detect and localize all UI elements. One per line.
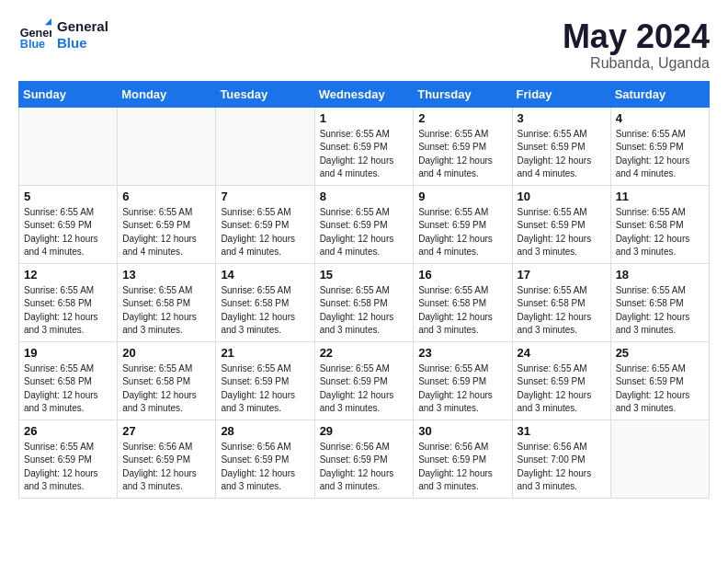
day-cell-29: 29Sunrise: 6:56 AM Sunset: 6:59 PM Dayli… <box>314 419 414 498</box>
day-info: Sunrise: 6:55 AM Sunset: 6:58 PM Dayligh… <box>24 284 112 338</box>
day-cell-23: 23Sunrise: 6:55 AM Sunset: 6:59 PM Dayli… <box>414 341 512 419</box>
day-info: Sunrise: 6:55 AM Sunset: 6:58 PM Dayligh… <box>616 206 704 259</box>
day-info: Sunrise: 6:56 AM Sunset: 6:59 PM Dayligh… <box>221 441 309 494</box>
day-cell-20: 20Sunrise: 6:55 AM Sunset: 6:58 PM Dayli… <box>118 341 216 419</box>
week-row-5: 26Sunrise: 6:55 AM Sunset: 6:59 PM Dayli… <box>19 419 710 498</box>
day-info: Sunrise: 6:55 AM Sunset: 6:59 PM Dayligh… <box>616 128 704 181</box>
day-cell-10: 10Sunrise: 6:55 AM Sunset: 6:59 PM Dayli… <box>512 185 610 263</box>
day-info: Sunrise: 6:56 AM Sunset: 6:59 PM Dayligh… <box>122 441 210 494</box>
day-cell-28: 28Sunrise: 6:56 AM Sunset: 6:59 PM Dayli… <box>216 419 314 498</box>
weekday-header-row: SundayMondayTuesdayWednesdayThursdayFrid… <box>19 81 710 107</box>
day-cell-1: 1Sunrise: 6:55 AM Sunset: 6:59 PM Daylig… <box>314 107 414 185</box>
day-number: 1 <box>320 111 409 125</box>
day-cell-30: 30Sunrise: 6:56 AM Sunset: 6:59 PM Dayli… <box>414 419 512 498</box>
day-number: 17 <box>518 268 606 282</box>
empty-cell <box>216 107 314 185</box>
day-number: 9 <box>418 190 506 203</box>
month-title: May 2024 <box>563 18 710 55</box>
title-block: May 2024 Rubanda, Uganda <box>563 18 710 72</box>
day-info: Sunrise: 6:55 AM Sunset: 6:58 PM Dayligh… <box>616 284 704 338</box>
day-cell-25: 25Sunrise: 6:55 AM Sunset: 6:59 PM Dayli… <box>610 341 709 419</box>
day-number: 29 <box>320 424 409 438</box>
day-info: Sunrise: 6:55 AM Sunset: 6:59 PM Dayligh… <box>518 128 606 181</box>
day-info: Sunrise: 6:55 AM Sunset: 6:59 PM Dayligh… <box>418 206 506 259</box>
day-cell-4: 4Sunrise: 6:55 AM Sunset: 6:59 PM Daylig… <box>610 107 709 185</box>
day-number: 25 <box>616 346 704 360</box>
day-info: Sunrise: 6:55 AM Sunset: 6:58 PM Dayligh… <box>418 284 506 338</box>
logo-icon: General Blue <box>18 18 51 52</box>
day-cell-12: 12Sunrise: 6:55 AM Sunset: 6:58 PM Dayli… <box>19 263 118 341</box>
week-row-4: 19Sunrise: 6:55 AM Sunset: 6:58 PM Dayli… <box>19 341 710 419</box>
svg-marker-2 <box>45 18 51 25</box>
calendar-table: SundayMondayTuesdayWednesdayThursdayFrid… <box>18 81 710 499</box>
page-header: General Blue General Blue May 2024 Ruban… <box>18 18 710 72</box>
day-cell-22: 22Sunrise: 6:55 AM Sunset: 6:59 PM Dayli… <box>314 341 414 419</box>
day-cell-17: 17Sunrise: 6:55 AM Sunset: 6:58 PM Dayli… <box>512 263 610 341</box>
day-number: 13 <box>122 268 210 282</box>
day-cell-18: 18Sunrise: 6:55 AM Sunset: 6:58 PM Dayli… <box>610 263 709 341</box>
day-number: 12 <box>24 268 112 282</box>
day-cell-2: 2Sunrise: 6:55 AM Sunset: 6:59 PM Daylig… <box>414 107 512 185</box>
day-cell-19: 19Sunrise: 6:55 AM Sunset: 6:58 PM Dayli… <box>19 341 118 419</box>
day-number: 26 <box>24 424 112 438</box>
day-cell-27: 27Sunrise: 6:56 AM Sunset: 6:59 PM Dayli… <box>118 419 216 498</box>
empty-cell <box>19 107 118 185</box>
day-info: Sunrise: 6:55 AM Sunset: 6:58 PM Dayligh… <box>122 284 210 338</box>
day-cell-15: 15Sunrise: 6:55 AM Sunset: 6:58 PM Dayli… <box>314 263 414 341</box>
day-number: 31 <box>518 424 606 438</box>
day-info: Sunrise: 6:55 AM Sunset: 6:58 PM Dayligh… <box>518 284 606 338</box>
empty-cell <box>610 419 709 498</box>
day-number: 16 <box>418 268 506 282</box>
week-row-3: 12Sunrise: 6:55 AM Sunset: 6:58 PM Dayli… <box>19 263 710 341</box>
logo-line2: Blue <box>57 35 108 52</box>
day-info: Sunrise: 6:55 AM Sunset: 6:59 PM Dayligh… <box>24 441 112 494</box>
day-info: Sunrise: 6:55 AM Sunset: 6:59 PM Dayligh… <box>221 206 309 259</box>
day-number: 4 <box>616 111 704 125</box>
day-cell-3: 3Sunrise: 6:55 AM Sunset: 6:59 PM Daylig… <box>512 107 610 185</box>
day-number: 22 <box>320 346 409 360</box>
weekday-header-thursday: Thursday <box>414 81 512 107</box>
day-info: Sunrise: 6:55 AM Sunset: 6:58 PM Dayligh… <box>122 362 210 416</box>
day-number: 8 <box>320 190 409 203</box>
day-number: 20 <box>122 346 210 360</box>
day-info: Sunrise: 6:55 AM Sunset: 6:59 PM Dayligh… <box>418 362 506 416</box>
day-number: 2 <box>418 111 506 125</box>
day-number: 5 <box>24 190 112 203</box>
weekday-header-friday: Friday <box>512 81 610 107</box>
empty-cell <box>118 107 216 185</box>
day-number: 11 <box>616 190 704 203</box>
day-number: 21 <box>221 346 309 360</box>
day-number: 23 <box>418 346 506 360</box>
day-number: 14 <box>221 268 309 282</box>
logo-line1: General <box>57 18 108 35</box>
location-title: Rubanda, Uganda <box>563 55 710 72</box>
day-cell-11: 11Sunrise: 6:55 AM Sunset: 6:58 PM Dayli… <box>610 185 709 263</box>
weekday-header-wednesday: Wednesday <box>314 81 414 107</box>
day-info: Sunrise: 6:56 AM Sunset: 7:00 PM Dayligh… <box>518 441 606 494</box>
day-number: 28 <box>221 424 309 438</box>
day-info: Sunrise: 6:55 AM Sunset: 6:59 PM Dayligh… <box>616 362 704 416</box>
day-cell-21: 21Sunrise: 6:55 AM Sunset: 6:59 PM Dayli… <box>216 341 314 419</box>
day-number: 19 <box>24 346 112 360</box>
day-cell-16: 16Sunrise: 6:55 AM Sunset: 6:58 PM Dayli… <box>414 263 512 341</box>
day-info: Sunrise: 6:55 AM Sunset: 6:59 PM Dayligh… <box>418 128 506 181</box>
day-number: 27 <box>122 424 210 438</box>
day-cell-26: 26Sunrise: 6:55 AM Sunset: 6:59 PM Dayli… <box>19 419 118 498</box>
day-cell-9: 9Sunrise: 6:55 AM Sunset: 6:59 PM Daylig… <box>414 185 512 263</box>
day-number: 3 <box>518 111 606 125</box>
day-cell-13: 13Sunrise: 6:55 AM Sunset: 6:58 PM Dayli… <box>118 263 216 341</box>
day-info: Sunrise: 6:55 AM Sunset: 6:58 PM Dayligh… <box>320 284 409 338</box>
svg-text:Blue: Blue <box>20 38 45 51</box>
day-number: 24 <box>518 346 606 360</box>
day-info: Sunrise: 6:55 AM Sunset: 6:58 PM Dayligh… <box>221 284 309 338</box>
day-number: 15 <box>320 268 409 282</box>
day-info: Sunrise: 6:55 AM Sunset: 6:59 PM Dayligh… <box>320 128 409 181</box>
day-cell-8: 8Sunrise: 6:55 AM Sunset: 6:59 PM Daylig… <box>314 185 414 263</box>
day-info: Sunrise: 6:55 AM Sunset: 6:59 PM Dayligh… <box>320 206 409 259</box>
day-cell-24: 24Sunrise: 6:55 AM Sunset: 6:59 PM Dayli… <box>512 341 610 419</box>
day-cell-7: 7Sunrise: 6:55 AM Sunset: 6:59 PM Daylig… <box>216 185 314 263</box>
day-number: 10 <box>518 190 606 203</box>
day-cell-6: 6Sunrise: 6:55 AM Sunset: 6:59 PM Daylig… <box>118 185 216 263</box>
week-row-1: 1Sunrise: 6:55 AM Sunset: 6:59 PM Daylig… <box>19 107 710 185</box>
weekday-header-sunday: Sunday <box>19 81 118 107</box>
